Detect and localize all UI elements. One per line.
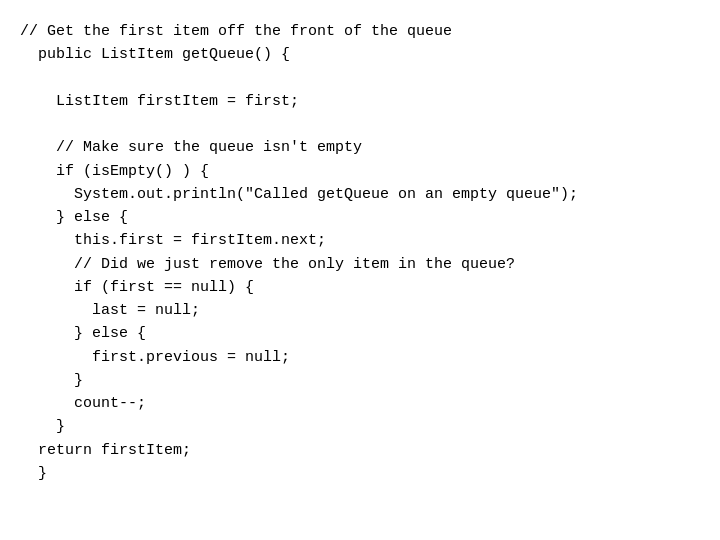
code-block: // Get the first item off the front of t… — [20, 20, 700, 485]
code-container: // Get the first item off the front of t… — [0, 0, 720, 540]
